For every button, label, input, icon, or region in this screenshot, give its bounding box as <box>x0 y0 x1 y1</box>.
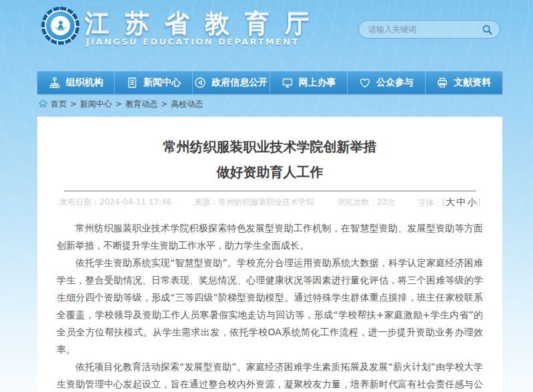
breadcrumb-item-education-news[interactable]: 教育动态 <box>125 99 157 110</box>
site-title: 江 苏 省 教 育 厅 <box>85 7 312 41</box>
site-logo[interactable] <box>41 7 79 45</box>
printer-icon <box>436 77 448 89</box>
article-meta: 发布日期：2024-04-11 17:46 来源：常州纺织服装职业技术学院 浏览… <box>37 197 502 209</box>
article-panel: 常州纺织服装职业技术学院创新举措 做好资助育人工作 发布日期：2024-04-1… <box>37 117 502 392</box>
article-body: 常州纺织服装职业技术学院积极探索特色发展型资助工作机制，在智慧型资助、发展型资助… <box>57 219 483 392</box>
breadcrumb-separator: > <box>161 99 167 109</box>
search-input[interactable] <box>368 25 481 34</box>
logo-emblem-icon <box>51 16 70 35</box>
article-paragraph: 依托学生资助系统实现“智慧型资助”。学校充分合理运用资助系统大数据，科学认定家庭… <box>57 254 483 358</box>
article-title-line1: 常州纺织服装职业技术学院创新举措 <box>64 134 476 159</box>
article-title: 常州纺织服装职业技术学院创新举措 做好资助育人工作 <box>37 117 502 185</box>
nav-item-online-services[interactable]: 网上办事 <box>270 71 347 94</box>
site-subtitle: JIANGSU EDUCATION DEPARTMENT <box>86 37 300 47</box>
nav-item-documents[interactable]: 文献资料 <box>425 71 502 94</box>
nav-item-news-center[interactable]: 新闻中心 <box>114 71 191 94</box>
nav-item-label: 文献资料 <box>454 77 491 89</box>
font-size-medium-button[interactable]: 中 <box>456 197 466 207</box>
nav-item-gov-info-disclosure[interactable]: 政府信息公开 <box>192 71 270 94</box>
font-size-large-button[interactable]: 大 <box>446 197 455 207</box>
nav-item-public-participation[interactable]: 公众参与 <box>347 71 424 94</box>
breadcrumb-item-university-news[interactable]: 高校动态 <box>171 99 203 110</box>
nav-item-organization[interactable]: 组织机构 <box>37 71 114 94</box>
nav-item-label: 组织机构 <box>66 77 103 89</box>
breadcrumb-item-news-center[interactable]: 新闻中心 <box>80 99 112 110</box>
search-icon[interactable] <box>481 23 493 35</box>
article-source: 来源：常州纺织服装职业技术学院 <box>194 197 314 209</box>
article-paragraph: 依托项目化教育活动探索“发展型资助”。家庭经济困难学生素质拓展及发展“薪火计划”… <box>57 358 483 392</box>
nav-item-label: 网上办事 <box>299 77 336 89</box>
view-count: 浏览次数：23次 <box>337 197 395 209</box>
nav-item-label: 新闻中心 <box>143 77 181 89</box>
breadcrumb-separator: > <box>70 99 77 109</box>
font-size-small-button[interactable]: 小 <box>467 197 476 207</box>
info-disclosure-icon <box>194 77 206 89</box>
search-box <box>358 20 500 39</box>
main-nav: 组织机构 新闻中心 政府信息公开 网上办事 公众参与 <box>37 71 502 94</box>
breadcrumb-item-home[interactable]: 首页 <box>51 99 67 110</box>
monitor-icon <box>282 77 294 89</box>
news-doc-icon <box>126 77 138 89</box>
article-title-line2: 做好资助育人工作 <box>64 159 476 185</box>
article-paragraph: 常州纺织服装职业技术学院积极探索特色发展型资助工作机制，在智慧型资助、发展型资助… <box>57 219 483 254</box>
nav-item-label: 政府信息公开 <box>211 77 268 89</box>
title-divider <box>64 191 476 191</box>
home-icon <box>39 99 47 109</box>
breadcrumb: 首页 > 新闻中心 > 教育动态 > 高校动态 <box>39 99 203 109</box>
org-chart-icon <box>49 77 61 89</box>
nav-item-label: 公众参与 <box>376 77 414 89</box>
breadcrumb-separator: > <box>115 99 122 109</box>
heart-icon <box>359 77 371 89</box>
font-size-control: 字体：[大中小] <box>418 197 480 209</box>
publish-date: 发布日期：2024-04-11 17:46 <box>59 197 171 209</box>
